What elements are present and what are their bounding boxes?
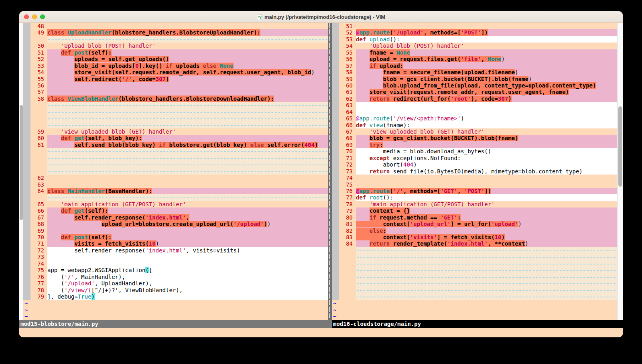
left-scrollbar[interactable] [19, 23, 23, 320]
code-line-69[interactable]: 69 try: [332, 142, 617, 148]
code-line-56[interactable]: 56 [23, 82, 328, 89]
diff-filler-line[interactable]: ----------------------------------------… [332, 267, 617, 273]
diff-filler-line[interactable]: ----------------------------------------… [332, 287, 617, 293]
diff-filler-line[interactable]: ----------------------------------------… [23, 155, 328, 161]
diff-filler-line[interactable]: ----------------------------------------… [332, 274, 617, 280]
diff-filler-line[interactable]: ----------------------------------------… [23, 109, 328, 115]
left-diff-pane[interactable]: 4849class UploadHandler(blobstore_handle… [23, 23, 328, 320]
code-line-63[interactable]: 63 [332, 102, 617, 108]
code-line-77[interactable]: 77def root(): [332, 194, 617, 201]
code-line-72[interactable]: 72 abort(404) [332, 161, 617, 168]
diff-filler-line[interactable]: ----------------------------------------… [332, 254, 617, 260]
code-line-77[interactable]: 77 ('/upload', UploadHandler), [23, 280, 328, 287]
code-line-74[interactable]: 74 [332, 175, 617, 181]
code-line-65[interactable]: 65 'main application (GET/POST) handler' [23, 201, 328, 207]
code-line-70[interactable]: 70 def post(self): [23, 234, 328, 240]
code-line-51[interactable]: 51 def post(self): [23, 49, 328, 56]
code-line-67[interactable]: 67 'view uploaded blob (GET) handler' [332, 128, 617, 135]
diff-filler-line[interactable]: ----------------------------------------… [23, 36, 328, 43]
code-line-54[interactable]: 54 store_visit(self.request.remote_addr,… [23, 69, 328, 75]
diff-filler-line[interactable]: ----------------------------------------… [23, 102, 328, 108]
diff-filler-line[interactable]: ----------------------------------------… [23, 194, 328, 201]
statusline-right[interactable]: mod16-cloudstorage/main.py [332, 320, 623, 328]
code-line-76[interactable]: 76 ('/', MainHandler), [23, 274, 328, 280]
code-line-58[interactable]: 58class ViewBlobHandler(blobstore_handle… [23, 96, 328, 102]
code-line-53[interactable]: 53def upload(): [332, 36, 617, 43]
code-line-60[interactable]: 60 def get(self, blob_key): [23, 135, 328, 141]
code-line-66[interactable]: 66def view(fname): [332, 122, 617, 128]
code-line-61[interactable]: 61 self.send_blob(blob_key) if blobstore… [23, 142, 328, 148]
title-bar[interactable]: Py main.py (/private/tmp/mod16-cloudstor… [19, 11, 623, 22]
code-line-50[interactable]: 50 'Upload blob (POST) handler' [23, 43, 328, 49]
code-line-51[interactable]: 51 [332, 23, 617, 29]
diff-filler-line[interactable]: ----------------------------------------… [23, 115, 328, 122]
code-line-53[interactable]: 53 blob_id = uploads[0].key() if uploads… [23, 63, 328, 69]
diff-filler-line[interactable]: ----------------------------------------… [332, 280, 617, 287]
code-line-64[interactable]: 64class MainHandler(BaseHandler): [23, 188, 328, 194]
code-line-55[interactable]: 55 self.redirect('/', code=307) [23, 76, 328, 82]
code-line-73[interactable]: 73 [23, 254, 328, 260]
right-diff-pane[interactable]: 5152@app.route('/upload', methods=['POST… [332, 23, 617, 320]
code-line-59[interactable]: 59 blob = gcs_client.bucket(BUCKET).blob… [332, 76, 617, 82]
tilde-line[interactable]: ~ [23, 313, 328, 319]
code-line-49[interactable]: 49class UploadHandler(blobstore_handlers… [23, 29, 328, 36]
code-line-68[interactable]: 68 upload_url=blobstore.create_upload_ur… [23, 221, 328, 227]
code-line-79[interactable]: 79 context = {} [332, 207, 617, 214]
code-line-60[interactable]: 60 blob.upload_from_file(upload, content… [332, 82, 617, 89]
code-line-64[interactable]: 64 [332, 109, 617, 115]
code-line-74[interactable]: 74 [23, 260, 328, 267]
code-line-80[interactable]: 80 if request.method == 'GET': [332, 214, 617, 221]
diff-filler-line[interactable]: ----------------------------------------… [332, 247, 617, 254]
code-line-78[interactable]: 78 'main application (GET/POST) handler' [332, 201, 617, 207]
code-line-71[interactable]: 71 visits = fetch_visits(10) [23, 240, 328, 247]
code-line-78[interactable]: 78 ('/view/([^/]+)?', ViewBlobHandler), [23, 287, 328, 293]
diff-filler-line[interactable]: ----------------------------------------… [332, 260, 617, 267]
code-line-68[interactable]: 68 blob = gcs_client.bucket(BUCKET).blob… [332, 135, 617, 141]
code-line-55[interactable]: 55 fname = None [332, 49, 617, 56]
code-line-69[interactable]: 69 [23, 228, 328, 234]
code-line-82[interactable]: 82 else: [332, 228, 617, 234]
code-line-59[interactable]: 59 'view uploaded blob (GET) handler' [23, 128, 328, 135]
code-line-67[interactable]: 67 self.render_response('index.html', [23, 214, 328, 221]
code-line-83[interactable]: 83 context['visits'] = fetch_visits(10) [332, 234, 617, 240]
tilde-line[interactable]: ~ [332, 313, 617, 319]
diff-filler-line[interactable]: ----------------------------------------… [332, 293, 617, 300]
statusline-left[interactable]: mod15-blobstore/main.py [19, 320, 332, 328]
tilde-line[interactable]: ~ [23, 300, 328, 306]
code-line-70[interactable]: 70 media = blob.download_as_bytes() [332, 148, 617, 155]
scrollbar-thumb[interactable] [20, 105, 23, 220]
code-line-75[interactable]: 75 [332, 181, 617, 188]
code-line-57[interactable]: 57 if upload: [332, 63, 617, 69]
code-line-57[interactable]: 57 [23, 89, 328, 95]
command-line[interactable] [19, 328, 623, 337]
code-line-73[interactable]: 73 return send_file(io.BytesIO(media), m… [332, 168, 617, 175]
code-line-52[interactable]: 52 uploads = self.get_uploads() [23, 56, 328, 62]
right-scrollbar[interactable] [617, 23, 623, 320]
scrollbar-thumb[interactable] [618, 106, 622, 187]
tilde-line[interactable]: ~ [332, 300, 617, 306]
code-line-65[interactable]: 65@app.route('/view/<path:fname>') [332, 115, 617, 122]
code-line-62[interactable]: 62 return redirect(url_for('root'), code… [332, 96, 617, 102]
code-line-71[interactable]: 71 except exceptions.NotFound: [332, 155, 617, 161]
code-line-62[interactable]: 62 [23, 175, 328, 181]
code-line-63[interactable]: 63 [23, 181, 328, 188]
code-line-84[interactable]: 84 return render_template('index.html', … [332, 240, 617, 247]
diff-filler-line[interactable]: ----------------------------------------… [23, 161, 328, 168]
diff-filler-line[interactable]: ----------------------------------------… [23, 168, 328, 175]
code-line-52[interactable]: 52@app.route('/upload', methods=['POST']… [332, 29, 617, 36]
code-line-79[interactable]: 79], debug=True) [23, 293, 328, 300]
diff-filler-line[interactable]: ----------------------------------------… [23, 148, 328, 155]
code-line-56[interactable]: 56 upload = request.files.get('file', No… [332, 56, 617, 62]
code-line-76[interactable]: 76@app.route('/', methods=['GET', 'POST'… [332, 188, 617, 194]
code-line-54[interactable]: 54 'Upload blob (POST) handler' [332, 43, 617, 49]
code-line-61[interactable]: 61 store_visit(request.remote_addr, requ… [332, 89, 617, 95]
code-line-72[interactable]: 72 self.render_response('index.html', vi… [23, 247, 328, 254]
tilde-line[interactable]: ~ [332, 307, 617, 313]
code-line-58[interactable]: 58 fname = secure_filename(upload.filena… [332, 69, 617, 75]
tilde-line[interactable]: ~ [23, 307, 328, 313]
code-line-75[interactable]: 75app = webapp2.WSGIApplication([ [23, 267, 328, 273]
code-line-48[interactable]: 48 [23, 23, 328, 29]
code-line-81[interactable]: 81 context['upload_url'] = url_for('uplo… [332, 221, 617, 227]
diff-filler-line[interactable]: ----------------------------------------… [23, 122, 328, 128]
code-line-66[interactable]: 66 def get(self): [23, 207, 328, 214]
